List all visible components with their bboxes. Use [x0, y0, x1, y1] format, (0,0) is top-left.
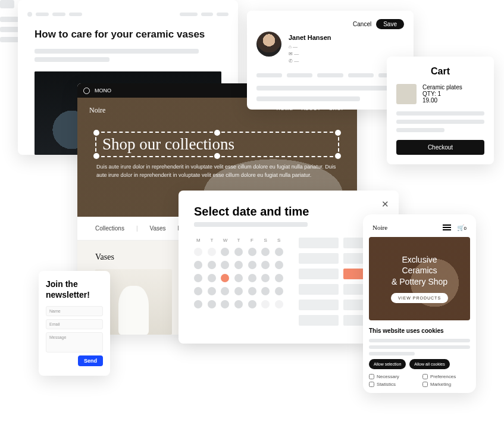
calendar-day[interactable]: [221, 248, 229, 256]
checkout-button[interactable]: Checkout: [396, 140, 484, 155]
site-brand[interactable]: Noire: [89, 106, 105, 115]
mobile-brand[interactable]: Noire: [372, 224, 387, 231]
calendar-day[interactable]: [234, 248, 243, 256]
time-slot[interactable]: [299, 253, 339, 264]
calendar-day[interactable]: [275, 274, 283, 282]
cancel-button[interactable]: Cancel: [353, 21, 371, 27]
weekday-row: MTWTFSS: [194, 238, 283, 243]
allow-all-button[interactable]: Allow all cookies: [409, 359, 449, 369]
hero-headline[interactable]: Shop our collections: [102, 135, 332, 154]
resize-handle[interactable]: [335, 153, 341, 159]
save-button[interactable]: Save: [376, 19, 404, 29]
calendar-day[interactable]: [261, 261, 270, 269]
resize-handle[interactable]: [335, 130, 341, 136]
cart-panel: Cart Ceramic plates QTY: 1 19.00 Checkou…: [387, 57, 494, 164]
calendar-day[interactable]: [234, 261, 243, 269]
browser-chrome: [27, 11, 228, 18]
calendar-day[interactable]: [194, 261, 202, 269]
resize-handle[interactable]: [214, 130, 220, 136]
mono-logo-icon: [83, 88, 90, 94]
contact-name: Janet Hansen: [289, 34, 331, 41]
newsletter-widget: Join the newsletter! Name Email Message …: [39, 271, 110, 376]
chk-preferences[interactable]: Preferences: [422, 374, 470, 379]
avatar: [256, 32, 281, 57]
calendar-day[interactable]: [261, 287, 270, 295]
phone-icon: ✆: [289, 58, 293, 64]
calendar-day[interactable]: [234, 287, 243, 295]
calendar-day[interactable]: [208, 274, 216, 282]
email-field[interactable]: Email: [46, 319, 103, 329]
calendar-day[interactable]: [275, 287, 283, 295]
send-button[interactable]: Send: [78, 355, 103, 366]
allow-selection-button[interactable]: Allow selection: [369, 359, 406, 369]
home-icon: ⌂: [289, 44, 292, 49]
calendar-day[interactable]: [248, 287, 256, 295]
cart-icon[interactable]: 🛒0: [457, 224, 467, 231]
cart-item: Ceramic plates QTY: 1 19.00: [396, 84, 484, 104]
cart-title: Cart: [396, 66, 484, 77]
time-slot[interactable]: [299, 284, 339, 295]
calendar-day[interactable]: [234, 300, 243, 308]
calendar-day[interactable]: [221, 261, 229, 269]
calendar-day[interactable]: [194, 287, 202, 295]
mobile-hero: Exclusive Ceramics & Pottery Shop VIEW P…: [369, 237, 470, 320]
picker-title: Select date and time: [194, 205, 383, 219]
item-qty: QTY: 1: [422, 91, 462, 97]
name-field[interactable]: Name: [46, 306, 103, 316]
calendar-day[interactable]: [208, 300, 216, 308]
calendar-day[interactable]: [194, 274, 202, 282]
close-icon[interactable]: ✕: [381, 199, 389, 210]
resize-handle[interactable]: [93, 130, 99, 136]
calendar-day[interactable]: [275, 248, 283, 256]
mobile-preview: Noire 🛒0 Exclusive Ceramics & Pottery Sh…: [363, 214, 476, 393]
calendar-day[interactable]: [261, 248, 270, 256]
hero-body: Duis aute irure dolor in reprehenderit i…: [96, 163, 338, 179]
calendar-day[interactable]: [275, 261, 283, 269]
menu-icon[interactable]: [443, 224, 451, 230]
calendar-day[interactable]: [248, 248, 256, 256]
resize-handle[interactable]: [214, 153, 220, 159]
calendar-day[interactable]: [194, 300, 202, 308]
calendar-day[interactable]: [275, 300, 283, 308]
calendar-day[interactable]: [208, 248, 216, 256]
view-products-button[interactable]: VIEW PRODUCTS: [391, 293, 448, 303]
chk-marketing[interactable]: Marketing: [422, 382, 470, 387]
newsletter-title: Join the newsletter!: [46, 279, 103, 300]
calendar-day[interactable]: [221, 287, 229, 295]
calendar-day[interactable]: [248, 274, 256, 282]
calendar-day[interactable]: [248, 261, 256, 269]
time-slot[interactable]: [299, 238, 339, 248]
item-price: 19.00: [422, 97, 462, 104]
chk-necessary[interactable]: Necessary: [369, 374, 417, 379]
cookie-banner-title: This website uses cookies: [369, 327, 470, 334]
calendar-day[interactable]: [221, 274, 229, 282]
selected-text-element[interactable]: Shop our collections: [95, 132, 339, 157]
calendar-day[interactable]: [261, 300, 270, 308]
article-title: How to care for your ceramic vases: [35, 29, 221, 40]
time-slot[interactable]: [299, 269, 339, 279]
calendar-day[interactable]: [194, 248, 202, 256]
mail-icon: ✉: [289, 51, 293, 57]
calendar-day[interactable]: [234, 274, 243, 282]
editor-logo-text: MONO: [95, 88, 111, 93]
cat-collections[interactable]: Collections: [95, 225, 124, 232]
time-slot[interactable]: [299, 300, 339, 310]
time-slot[interactable]: [299, 315, 339, 326]
item-name: Ceramic plates: [422, 84, 462, 91]
calendar-day[interactable]: [221, 300, 229, 308]
cat-vases[interactable]: Vases: [150, 225, 166, 232]
calendar-day[interactable]: [248, 300, 256, 308]
item-thumb: [396, 84, 417, 104]
resize-handle[interactable]: [93, 153, 99, 159]
message-field[interactable]: Message: [46, 332, 103, 352]
calendar-day[interactable]: [208, 287, 216, 295]
chk-statistics[interactable]: Statistics: [369, 382, 417, 387]
calendar-day[interactable]: [208, 261, 216, 269]
calendar-day[interactable]: [261, 274, 270, 282]
calendar: MTWTFSS: [194, 238, 283, 326]
